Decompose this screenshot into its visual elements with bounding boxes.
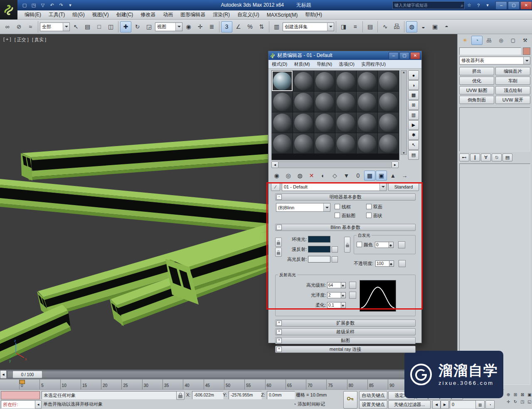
lock-highlight-button[interactable] bbox=[344, 237, 350, 253]
scroll-left-button[interactable]: ◄ bbox=[271, 161, 278, 168]
go-to-sibling-button[interactable]: → bbox=[399, 171, 410, 181]
material-editor-window[interactable]: 材质编辑器 - 01 - Default – ▢ ✕ 模式(D)材质(M)导航(… bbox=[268, 51, 422, 343]
material-sample-slot[interactable] bbox=[272, 71, 293, 91]
diffuse-map-button[interactable] bbox=[332, 246, 338, 253]
configure-modifier-sets-button[interactable]: ▤ bbox=[502, 154, 512, 161]
sample-tool-button[interactable]: ✱ bbox=[408, 130, 419, 140]
time-back-arrow[interactable]: ◄ bbox=[0, 370, 7, 379]
scroll-right-button[interactable]: ► bbox=[392, 161, 399, 168]
quick-access-caret-icon[interactable]: ▾ bbox=[66, 1, 75, 9]
self-illum-color-checkbox[interactable]: 颜色 bbox=[357, 242, 373, 248]
community-icon[interactable]: ☆ bbox=[465, 1, 474, 9]
keyboard-override-button[interactable]: ≣ bbox=[206, 21, 217, 32]
material-sample-slot[interactable] bbox=[293, 71, 314, 91]
select-by-name-button[interactable]: ▤ bbox=[82, 21, 93, 32]
ambient-color-swatch[interactable] bbox=[308, 236, 330, 243]
unlink-selection-button[interactable]: ⊘ bbox=[13, 21, 25, 32]
orbit-button[interactable]: ↻ bbox=[512, 398, 519, 405]
soften-spinner[interactable]: 0.1 bbox=[327, 302, 346, 308]
collapsed-rollout-header[interactable]: + 超级采样 bbox=[275, 328, 416, 335]
zoom-button[interactable]: ⊕ bbox=[505, 391, 512, 398]
app-logo-button[interactable] bbox=[0, 0, 17, 20]
modifier-button[interactable]: 编辑面片 bbox=[495, 67, 530, 75]
listener-expand-button[interactable]: ◄ bbox=[35, 400, 42, 409]
key-step-back-button[interactable]: ◀ bbox=[432, 400, 441, 409]
maximize-button[interactable]: ▢ bbox=[508, 1, 520, 10]
shader-type-dropdown[interactable]: (B)Blinn bbox=[276, 203, 330, 212]
menu-item[interactable]: 图形编辑器 bbox=[177, 10, 209, 20]
face-map-checkbox[interactable]: 面贴图 bbox=[335, 213, 366, 219]
selection-lock-toggle[interactable] bbox=[176, 391, 185, 400]
select-and-manipulate-button[interactable]: ✛ bbox=[195, 21, 206, 32]
viewport-label-token[interactable]: [ 真实 ] bbox=[32, 37, 46, 43]
modifier-button[interactable]: 倒角剖面 bbox=[459, 96, 494, 104]
render-production-button[interactable]: ◓ bbox=[441, 21, 452, 32]
pin-stack-button[interactable]: ⊷ bbox=[459, 154, 469, 161]
pick-material-button[interactable]: ∕ bbox=[271, 183, 280, 191]
blinn-basic-rollout-header[interactable]: - Blinn 基本参数 bbox=[275, 224, 416, 231]
modifier-button[interactable]: 优化 bbox=[459, 77, 494, 85]
material-name-dropdown[interactable]: 01 - Default bbox=[282, 182, 387, 191]
glossiness-map-button[interactable] bbox=[349, 292, 356, 299]
specular-color-swatch[interactable] bbox=[308, 256, 330, 263]
glossiness-spinner[interactable]: 2 bbox=[327, 292, 346, 298]
zoom-region-button[interactable]: ◳ bbox=[519, 398, 526, 405]
layer-manager-button[interactable]: ▤ bbox=[365, 21, 376, 32]
material-sample-slot[interactable] bbox=[378, 133, 399, 154]
collapsed-rollout-header[interactable]: + mental ray 连接 bbox=[275, 346, 416, 353]
menu-item[interactable]: 渲染(R) bbox=[209, 10, 234, 20]
key-step-forward-button[interactable]: ▶ bbox=[441, 400, 449, 409]
modifier-stack-list[interactable] bbox=[459, 107, 530, 151]
chevron-down-icon[interactable] bbox=[175, 23, 182, 31]
tab-motion[interactable]: ◎ bbox=[495, 36, 507, 45]
angle-snap-button[interactable]: ∠ bbox=[233, 21, 244, 32]
chevron-down-icon[interactable] bbox=[63, 23, 69, 31]
select-object-button[interactable]: ↖ bbox=[70, 21, 81, 32]
menu-item[interactable]: 视图(V) bbox=[89, 10, 113, 20]
two-sided-checkbox[interactable]: 双面 bbox=[366, 204, 395, 210]
modifier-button[interactable]: 车削 bbox=[495, 77, 530, 85]
self-illum-spinner[interactable]: 0 bbox=[375, 242, 394, 248]
save-file-button[interactable]: ▽ bbox=[38, 1, 47, 9]
assign-material-to-selection-button[interactable]: ◍ bbox=[294, 171, 305, 181]
menu-item[interactable]: 工具(T) bbox=[45, 10, 69, 20]
sample-tool-button[interactable]: ▶ bbox=[408, 120, 419, 130]
menu-item[interactable]: 自定义(U) bbox=[234, 10, 263, 20]
y-coordinate-field[interactable]: -2576.955m bbox=[229, 391, 262, 399]
diffuse-specular-lock-button[interactable] bbox=[275, 248, 282, 257]
object-color-swatch[interactable] bbox=[523, 47, 530, 55]
material-sample-slot[interactable] bbox=[378, 112, 399, 133]
viewport-label-token[interactable]: [ 正交 ] bbox=[15, 37, 29, 43]
material-sample-slot[interactable] bbox=[314, 71, 335, 91]
make-unique-button[interactable]: ∀ bbox=[481, 154, 491, 161]
render-setup-button[interactable]: ◒ bbox=[418, 21, 429, 32]
show-shaded-in-viewport-button[interactable]: ▦ bbox=[364, 171, 375, 181]
select-and-move-button[interactable]: ✚ bbox=[120, 21, 131, 32]
material-sample-slot[interactable] bbox=[378, 92, 399, 112]
tab-create[interactable]: ✳ bbox=[459, 36, 470, 45]
tab-hierarchy[interactable]: 品 bbox=[483, 36, 495, 45]
close-button[interactable]: ✕ bbox=[520, 1, 532, 10]
track-bar[interactable]: 051015202530354045505560657075808590 bbox=[0, 379, 457, 389]
material-sample-slot[interactable] bbox=[314, 92, 335, 112]
rendered-frame-window-button[interactable]: ▣ bbox=[429, 21, 441, 32]
show-end-result-button[interactable]: ∥ bbox=[470, 154, 480, 161]
menu-item[interactable]: 帮助(H) bbox=[301, 10, 326, 20]
material-sample-slot[interactable] bbox=[335, 92, 356, 112]
modifier-button[interactable]: UVW 展开 bbox=[495, 96, 530, 104]
material-sample-slot[interactable] bbox=[314, 133, 335, 154]
sample-tool-button[interactable]: ⊞ bbox=[408, 100, 419, 110]
auto-key-button[interactable]: 自动关键点 bbox=[359, 391, 387, 400]
menu-item[interactable]: 动画 bbox=[159, 10, 177, 20]
modifier-button[interactable]: 顶点绘制 bbox=[495, 86, 530, 94]
minimize-button[interactable]: – bbox=[495, 1, 507, 10]
material-sample-slot[interactable] bbox=[335, 112, 356, 133]
material-sample-slot[interactable] bbox=[335, 71, 356, 91]
chevron-down-icon[interactable] bbox=[523, 57, 530, 64]
material-sample-slot[interactable] bbox=[272, 112, 293, 133]
pan-view-button[interactable]: ✛ bbox=[505, 398, 512, 405]
menu-item[interactable]: 编辑(E) bbox=[21, 10, 45, 20]
menu-item[interactable]: 组(G) bbox=[69, 10, 88, 20]
sample-horizontal-scrollbar[interactable]: ◄ ► bbox=[271, 161, 399, 168]
selection-filter-dropdown[interactable]: 全部 bbox=[40, 22, 70, 31]
